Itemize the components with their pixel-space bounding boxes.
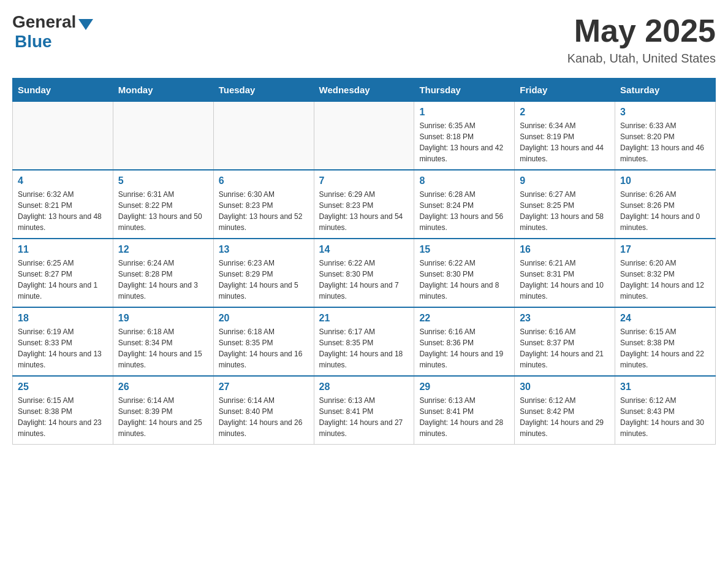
day-info: Sunrise: 6:18 AM Sunset: 8:34 PM Dayligh… [118, 326, 208, 370]
calendar-cell: 3Sunrise: 6:33 AM Sunset: 8:20 PM Daylig… [615, 102, 716, 170]
day-number: 15 [419, 244, 509, 255]
page-header: General Blue May 2025 Kanab, Utah, Unite… [12, 12, 716, 66]
day-info: Sunrise: 6:23 AM Sunset: 8:29 PM Dayligh… [219, 258, 309, 302]
calendar-week-row: 18Sunrise: 6:19 AM Sunset: 8:33 PM Dayli… [13, 307, 716, 376]
day-number: 6 [219, 175, 309, 186]
title-section: May 2025 Kanab, Utah, United States [567, 12, 716, 66]
day-info: Sunrise: 6:28 AM Sunset: 8:24 PM Dayligh… [419, 189, 509, 233]
weekday-header-wednesday: Wednesday [314, 79, 414, 102]
day-number: 21 [319, 313, 409, 324]
day-info: Sunrise: 6:16 AM Sunset: 8:37 PM Dayligh… [520, 326, 610, 370]
day-number: 26 [118, 381, 208, 393]
calendar-cell: 19Sunrise: 6:18 AM Sunset: 8:34 PM Dayli… [113, 307, 213, 376]
calendar-cell: 27Sunrise: 6:14 AM Sunset: 8:40 PM Dayli… [213, 376, 314, 445]
day-info: Sunrise: 6:22 AM Sunset: 8:30 PM Dayligh… [319, 258, 409, 302]
calendar-table: SundayMondayTuesdayWednesdayThursdayFrid… [12, 78, 716, 445]
day-number: 8 [419, 175, 509, 186]
weekday-header-sunday: Sunday [13, 79, 113, 102]
calendar-cell: 1Sunrise: 6:35 AM Sunset: 8:18 PM Daylig… [414, 102, 515, 170]
calendar-cell: 28Sunrise: 6:13 AM Sunset: 8:41 PM Dayli… [314, 376, 414, 445]
weekday-header-saturday: Saturday [615, 79, 716, 102]
day-number: 14 [319, 244, 409, 255]
day-info: Sunrise: 6:16 AM Sunset: 8:36 PM Dayligh… [419, 326, 509, 370]
calendar-cell: 12Sunrise: 6:24 AM Sunset: 8:28 PM Dayli… [113, 239, 213, 307]
day-info: Sunrise: 6:27 AM Sunset: 8:25 PM Dayligh… [520, 189, 610, 233]
day-info: Sunrise: 6:12 AM Sunset: 8:43 PM Dayligh… [620, 395, 710, 439]
weekday-header-tuesday: Tuesday [213, 79, 314, 102]
day-number: 25 [18, 381, 108, 393]
day-number: 31 [620, 381, 710, 393]
calendar-cell: 24Sunrise: 6:15 AM Sunset: 8:38 PM Dayli… [615, 307, 716, 376]
calendar-cell [213, 102, 314, 170]
calendar-cell: 20Sunrise: 6:18 AM Sunset: 8:35 PM Dayli… [213, 307, 314, 376]
calendar-cell: 30Sunrise: 6:12 AM Sunset: 8:42 PM Dayli… [515, 376, 615, 445]
calendar-cell: 16Sunrise: 6:21 AM Sunset: 8:31 PM Dayli… [515, 239, 615, 307]
day-info: Sunrise: 6:13 AM Sunset: 8:41 PM Dayligh… [419, 395, 509, 439]
day-number: 5 [118, 175, 208, 186]
calendar-cell [13, 102, 113, 170]
day-info: Sunrise: 6:30 AM Sunset: 8:23 PM Dayligh… [219, 189, 309, 233]
day-number: 11 [18, 244, 108, 255]
day-info: Sunrise: 6:21 AM Sunset: 8:31 PM Dayligh… [520, 258, 610, 302]
day-info: Sunrise: 6:25 AM Sunset: 8:27 PM Dayligh… [18, 258, 108, 302]
day-info: Sunrise: 6:17 AM Sunset: 8:35 PM Dayligh… [319, 326, 409, 370]
calendar-cell: 29Sunrise: 6:13 AM Sunset: 8:41 PM Dayli… [414, 376, 515, 445]
day-number: 27 [219, 381, 309, 393]
day-number: 22 [419, 313, 509, 324]
calendar-cell: 15Sunrise: 6:22 AM Sunset: 8:30 PM Dayli… [414, 239, 515, 307]
day-info: Sunrise: 6:18 AM Sunset: 8:35 PM Dayligh… [219, 326, 309, 370]
day-info: Sunrise: 6:31 AM Sunset: 8:22 PM Dayligh… [118, 189, 208, 233]
calendar-cell: 14Sunrise: 6:22 AM Sunset: 8:30 PM Dayli… [314, 239, 414, 307]
day-info: Sunrise: 6:24 AM Sunset: 8:28 PM Dayligh… [118, 258, 208, 302]
day-info: Sunrise: 6:13 AM Sunset: 8:41 PM Dayligh… [319, 395, 409, 439]
calendar-cell: 9Sunrise: 6:27 AM Sunset: 8:25 PM Daylig… [515, 170, 615, 239]
logo-triangle-icon [78, 19, 93, 30]
calendar-cell: 13Sunrise: 6:23 AM Sunset: 8:29 PM Dayli… [213, 239, 314, 307]
day-number: 30 [520, 381, 610, 393]
day-info: Sunrise: 6:20 AM Sunset: 8:32 PM Dayligh… [620, 258, 710, 302]
calendar-cell: 21Sunrise: 6:17 AM Sunset: 8:35 PM Dayli… [314, 307, 414, 376]
day-number: 12 [118, 244, 208, 255]
calendar-cell: 11Sunrise: 6:25 AM Sunset: 8:27 PM Dayli… [13, 239, 113, 307]
calendar-cell: 6Sunrise: 6:30 AM Sunset: 8:23 PM Daylig… [213, 170, 314, 239]
day-info: Sunrise: 6:29 AM Sunset: 8:23 PM Dayligh… [319, 189, 409, 233]
weekday-header-thursday: Thursday [414, 79, 515, 102]
calendar-cell: 4Sunrise: 6:32 AM Sunset: 8:21 PM Daylig… [13, 170, 113, 239]
month-title: May 2025 [567, 12, 716, 49]
calendar-cell: 18Sunrise: 6:19 AM Sunset: 8:33 PM Dayli… [13, 307, 113, 376]
calendar-cell: 25Sunrise: 6:15 AM Sunset: 8:38 PM Dayli… [13, 376, 113, 445]
day-info: Sunrise: 6:33 AM Sunset: 8:20 PM Dayligh… [620, 120, 710, 164]
day-number: 20 [219, 313, 309, 324]
day-info: Sunrise: 6:15 AM Sunset: 8:38 PM Dayligh… [620, 326, 710, 370]
day-number: 28 [319, 381, 409, 393]
calendar-cell: 5Sunrise: 6:31 AM Sunset: 8:22 PM Daylig… [113, 170, 213, 239]
day-number: 13 [219, 244, 309, 255]
day-info: Sunrise: 6:35 AM Sunset: 8:18 PM Dayligh… [419, 120, 509, 164]
day-number: 9 [520, 175, 610, 186]
day-info: Sunrise: 6:26 AM Sunset: 8:26 PM Dayligh… [620, 189, 710, 233]
calendar-week-row: 11Sunrise: 6:25 AM Sunset: 8:27 PM Dayli… [13, 239, 716, 307]
calendar-cell: 2Sunrise: 6:34 AM Sunset: 8:19 PM Daylig… [515, 102, 615, 170]
weekday-header-row: SundayMondayTuesdayWednesdayThursdayFrid… [13, 79, 716, 102]
day-number: 2 [520, 107, 610, 118]
day-number: 24 [620, 313, 710, 324]
calendar-cell: 8Sunrise: 6:28 AM Sunset: 8:24 PM Daylig… [414, 170, 515, 239]
calendar-week-row: 1Sunrise: 6:35 AM Sunset: 8:18 PM Daylig… [13, 102, 716, 170]
calendar-cell [314, 102, 414, 170]
calendar-cell: 31Sunrise: 6:12 AM Sunset: 8:43 PM Dayli… [615, 376, 716, 445]
calendar-cell [113, 102, 213, 170]
weekday-header-friday: Friday [515, 79, 615, 102]
day-number: 17 [620, 244, 710, 255]
calendar-cell: 23Sunrise: 6:16 AM Sunset: 8:37 PM Dayli… [515, 307, 615, 376]
day-info: Sunrise: 6:15 AM Sunset: 8:38 PM Dayligh… [18, 395, 108, 439]
calendar-cell: 17Sunrise: 6:20 AM Sunset: 8:32 PM Dayli… [615, 239, 716, 307]
weekday-header-monday: Monday [113, 79, 213, 102]
day-info: Sunrise: 6:19 AM Sunset: 8:33 PM Dayligh… [18, 326, 108, 370]
day-number: 16 [520, 244, 610, 255]
logo-general-text: General [12, 12, 76, 32]
day-number: 19 [118, 313, 208, 324]
location-subtitle: Kanab, Utah, United States [567, 52, 716, 66]
day-number: 23 [520, 313, 610, 324]
day-number: 18 [18, 313, 108, 324]
day-number: 29 [419, 381, 509, 393]
